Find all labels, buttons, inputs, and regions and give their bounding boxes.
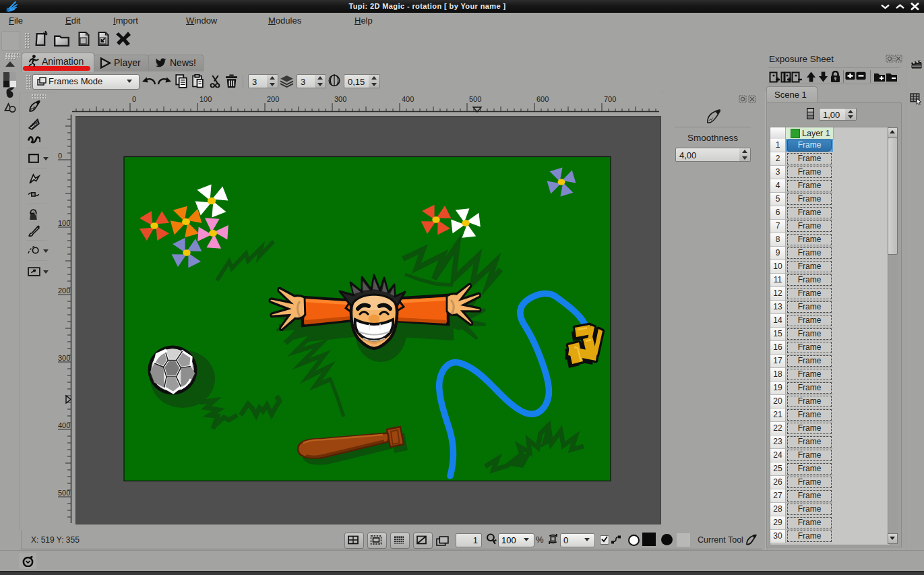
svg-text:700: 700 <box>604 95 616 103</box>
svg-text:500: 500 <box>58 489 70 497</box>
svg-text:200: 200 <box>58 286 70 295</box>
svg-text:100: 100 <box>58 219 70 227</box>
svg-text:300: 300 <box>334 95 346 103</box>
svg-text:300: 300 <box>58 354 70 362</box>
svg-text:600: 600 <box>536 95 549 103</box>
svg-text:0: 0 <box>58 152 62 160</box>
svg-text:0: 0 <box>132 95 136 103</box>
svg-text:100: 100 <box>199 95 212 103</box>
svg-text:200: 200 <box>267 95 279 103</box>
svg-text:400: 400 <box>58 421 70 429</box>
svg-text:400: 400 <box>402 95 414 103</box>
svg-text:500: 500 <box>469 95 481 103</box>
